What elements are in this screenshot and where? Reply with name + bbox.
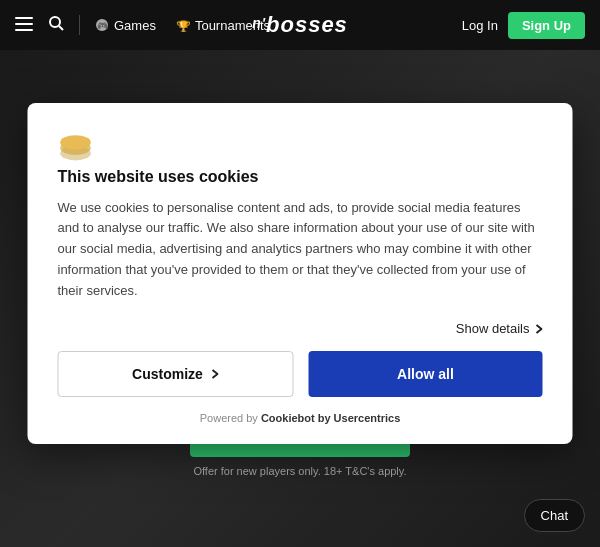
cookie-buttons: Customize Allow all	[58, 351, 543, 397]
logo-prefix: n'	[252, 15, 266, 31]
svg-rect-2	[15, 29, 33, 31]
allow-all-button[interactable]: Allow all	[309, 351, 543, 397]
header-divider	[79, 15, 80, 35]
disclaimer-text: Offer for new players only. 18+ T&C's ap…	[190, 465, 410, 477]
games-label: Games	[114, 18, 156, 33]
cookiebot-link[interactable]: Cookiebot by Usercentrics	[261, 412, 400, 424]
search-icon[interactable]	[48, 15, 64, 35]
cookie-powered-by: Powered by Cookiebot by Usercentrics	[58, 412, 543, 424]
customize-button[interactable]: Customize	[58, 351, 294, 397]
chevron-right-icon	[535, 323, 543, 335]
svg-rect-1	[15, 23, 33, 25]
svg-text:🎮: 🎮	[97, 20, 109, 32]
logo-text: bosses	[266, 12, 348, 37]
cookie-modal-body: We use cookies to personalise content an…	[58, 198, 543, 302]
cookie-modal-title: This website uses cookies	[58, 168, 543, 186]
login-button[interactable]: Log In	[462, 18, 498, 33]
show-details-button[interactable]: Show details	[58, 321, 543, 336]
games-icon: 🎮	[95, 18, 109, 32]
svg-point-3	[50, 17, 60, 27]
cookie-modal-icon	[58, 128, 543, 168]
site-logo: n'bosses	[252, 12, 348, 38]
svg-rect-0	[15, 17, 33, 19]
customize-label: Customize	[132, 366, 203, 382]
nav-item-games[interactable]: 🎮 Games	[95, 18, 156, 33]
cookie-modal: This website uses cookies We use cookies…	[28, 103, 573, 445]
svg-text:🏆: 🏆	[176, 19, 190, 32]
header-actions: Log In Sign Up	[462, 12, 585, 39]
menu-icon[interactable]	[15, 15, 33, 36]
svg-point-10	[60, 135, 91, 149]
header: 🎮 Games 🏆 Tournaments n'bosses Log In Si…	[0, 0, 600, 50]
tournaments-icon: 🏆	[176, 18, 190, 32]
powered-prefix: Powered by	[200, 412, 261, 424]
svg-line-4	[59, 26, 63, 30]
show-details-label: Show details	[456, 321, 530, 336]
chat-button[interactable]: Chat	[524, 499, 585, 532]
customize-chevron-icon	[211, 368, 219, 380]
signup-button[interactable]: Sign Up	[508, 12, 585, 39]
